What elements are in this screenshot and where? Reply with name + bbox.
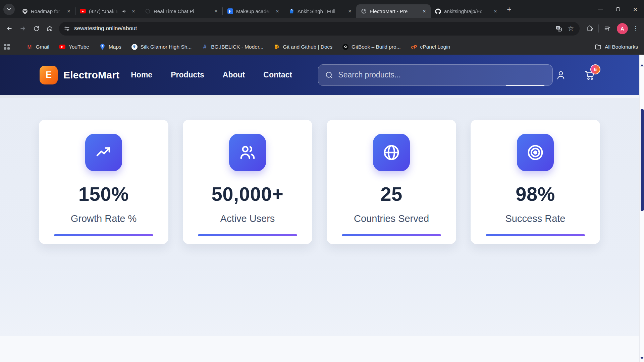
stat-label: Success Rate [505,213,566,224]
bookmark-git-github-docs[interactable]: Git and Github | Docs [273,44,332,50]
window-controls: × [592,0,644,18]
bookmark-gitbook[interactable]: GitBook – Build pro... [342,44,400,50]
extensions-puzzle-icon [586,25,593,32]
cpanel-icon: cP [411,44,417,50]
toolbar-separator [598,24,599,33]
browser-menu-button[interactable]: ⋮ [631,25,641,32]
youtube-icon [80,8,86,14]
tab-close-icon[interactable]: × [346,8,354,15]
cart-button[interactable]: 6 [584,69,596,81]
extensions-button[interactable] [583,22,596,35]
scroll-up-arrow-icon[interactable] [640,64,644,66]
tab-audio-icon[interactable] [122,9,127,14]
nav-link-about[interactable]: About [223,70,245,79]
url-text[interactable]: sewatesting.online/about [74,25,137,32]
page-scrollbar[interactable] [639,55,644,362]
forward-arrow-icon [19,25,26,32]
folder-icon [595,44,601,50]
bookmark-label: Gmail [36,44,49,50]
bookmark-label: YouTube [69,44,89,50]
tab-roadmap[interactable]: Roadmap for 50 × [17,4,75,18]
stat-value: 25 [380,183,402,205]
reload-icon [33,25,40,32]
tab-electromart-active[interactable]: ElectroMart - Pre × [356,4,431,18]
youtube-icon [59,44,66,50]
browser-window: Roadmap for 50 × (427) "Jhak M × Real Ti… [0,0,644,362]
tab-close-icon[interactable]: × [212,8,220,15]
nav-link-products[interactable]: Products [171,70,204,79]
bookmark-label: BG.IBELICK - Moder... [211,44,263,50]
tab-ankit-singh[interactable]: Ankit Singh | Full × [284,4,356,18]
stat-label: Growth Rate % [71,213,137,224]
bookmark-silk-glamor[interactable]: Silk Glamor High Sh... [131,44,192,50]
scrollbar-thumb[interactable] [641,109,644,211]
translate-button[interactable]: G [553,22,565,35]
user-account-icon[interactable] [555,70,566,80]
forward-button[interactable] [16,22,30,35]
bookmark-youtube[interactable]: YouTube [59,44,89,50]
site-nav-links: Home Products About Contact [131,70,292,79]
minimize-icon [598,9,603,9]
apps-grid-icon[interactable] [4,44,10,50]
tab-title: ElectroMart - Pre [370,8,418,14]
tab-github-repo[interactable]: ankitsinghrajp/Ec × [431,4,502,18]
brand-name[interactable]: ElectroMart [63,69,119,81]
close-window-button[interactable]: × [627,0,644,18]
restore-button[interactable] [609,0,627,18]
media-controls-button[interactable] [601,22,614,35]
new-tab-button[interactable]: + [504,4,514,14]
tab-close-icon[interactable]: × [130,8,137,15]
stat-card-growth: 150% Growth Rate % [39,120,168,244]
bookmark-cpanel[interactable]: cP cPanel Login [411,44,450,50]
stat-value: 150% [78,183,129,205]
tab-title: Ankit Singh | Full [298,8,343,14]
stat-card-success: 98% Success Rate [471,120,600,244]
profile-avatar[interactable]: A [617,23,628,34]
scroll-down-arrow-icon[interactable] [640,357,644,359]
tab-close-icon[interactable]: × [492,8,499,15]
bookmark-maps[interactable]: Maps [99,44,121,50]
back-button[interactable] [3,22,16,35]
tab-search-button[interactable] [3,4,15,15]
tab-close-icon[interactable]: × [65,8,72,15]
search-input[interactable] [338,70,546,79]
nav-link-home[interactable]: Home [131,70,152,79]
bookmark-gmail[interactable]: M Gmail [26,44,49,50]
reload-button[interactable] [30,22,43,35]
stat-value: 50,000+ [212,183,284,205]
maps-pin-icon [99,44,106,50]
tab-close-icon[interactable]: × [274,8,281,15]
nav-link-contact[interactable]: Contact [263,70,292,79]
tab-youtube-video[interactable]: (427) "Jhak M × [75,4,140,18]
tab-separator [502,7,502,15]
back-arrow-icon [6,25,13,32]
tab-makeup-academy[interactable]: F Makeup academy × [223,4,284,18]
stat-label: Countries Served [354,213,429,224]
hero-strip [0,95,639,98]
minimize-button[interactable] [592,0,609,18]
stat-label: Active Users [220,213,275,224]
bookmarks-separator [18,43,18,51]
bookmark-label: Maps [109,44,121,50]
page-viewport: E ElectroMart Home Products About Contac… [0,55,639,362]
hash-icon: # [202,44,208,50]
tab-realtime-chat[interactable]: Real Time Chat Pi × [140,4,222,18]
tab-close-icon[interactable]: × [421,8,428,15]
site-navbar: E ElectroMart Home Products About Contac… [0,55,639,95]
bookmark-star-button[interactable]: ☆ [565,22,577,35]
all-bookmarks-button[interactable]: All Bookmarks [586,43,638,51]
url-bar[interactable]: sewatesting.online/about G ☆ [59,22,580,36]
stats-cards: 150% Growth Rate % 50,000+ Active Users [0,98,639,244]
electromart-logo[interactable]: E [40,66,58,84]
bookmark-bg-ibelick[interactable]: # BG.IBELICK - Moder... [202,44,263,50]
stat-card-users: 50,000+ Active Users [183,120,312,244]
bookmark-label: cPanel Login [420,44,450,50]
bookmarks-separator [589,43,589,51]
bookmark-label: Silk Glamor High Sh... [141,44,192,50]
translate-icon: G [555,25,562,32]
stat-underline [54,234,153,236]
tabs: Roadmap for 50 × (427) "Jhak M × Real Ti… [17,0,514,18]
site-settings-icon [64,25,70,32]
home-button[interactable] [43,22,56,35]
tab-title: Real Time Chat Pi [154,8,209,14]
